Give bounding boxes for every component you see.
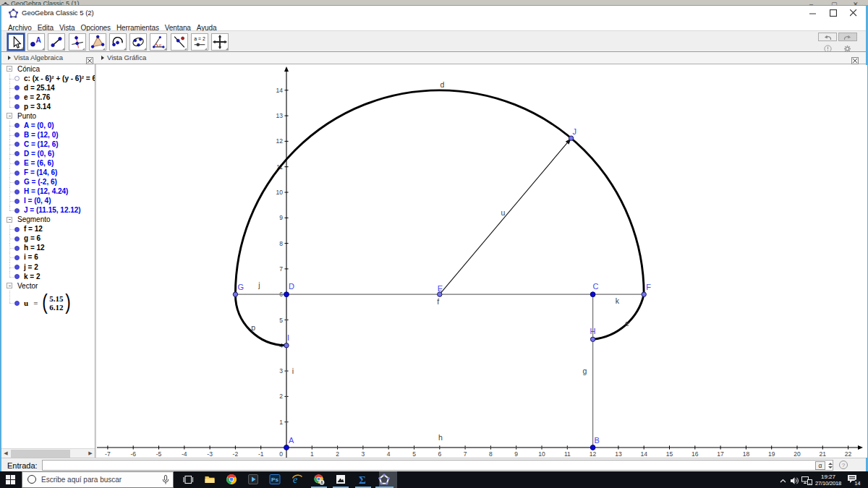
taskbar-clock[interactable]: 19:27 27/10/2018 <box>813 474 843 487</box>
taskbar-photoshop-icon[interactable]: Ps <box>269 474 281 486</box>
algebra-close-icon[interactable] <box>86 54 93 61</box>
point-C[interactable] <box>590 292 595 297</box>
algebra-hscrollbar[interactable]: ◀ ▶ <box>1 448 95 458</box>
visible-object-marker[interactable] <box>14 246 20 251</box>
tray-volume-icon[interactable] <box>790 475 799 488</box>
visible-object-marker[interactable] <box>14 189 20 194</box>
background-window-titlebar[interactable]: GeoGebra Classic 5 (1) – ▢ ✕ <box>0 0 868 5</box>
graphics-canvas[interactable]: -7-6-5-4-3-2-112345678910111213141516171… <box>97 65 867 458</box>
algebra-item[interactable]: I = (0, 4) <box>1 197 95 206</box>
algebra-header-arrow-icon[interactable] <box>8 56 11 60</box>
algebra-item[interactable]: g = 6 <box>1 234 95 244</box>
taskbar-sigma-icon[interactable]: Σ <box>357 474 369 486</box>
visible-object-marker[interactable] <box>14 132 20 137</box>
tool-move-icon[interactable] <box>7 33 25 51</box>
visible-object-marker[interactable] <box>14 199 20 204</box>
visible-object-marker[interactable] <box>14 227 20 232</box>
tool-circle-arc-icon[interactable] <box>109 33 127 51</box>
graphics-close-icon[interactable] <box>851 54 859 61</box>
visible-object-marker[interactable] <box>14 123 20 128</box>
visible-object-marker[interactable] <box>14 255 20 260</box>
scroll-left-icon[interactable]: ◀ <box>1 449 10 458</box>
tool-perpendicular-icon[interactable] <box>69 33 86 51</box>
algebra-item[interactable]: h = 12 <box>1 244 95 253</box>
visible-object-marker[interactable] <box>14 160 20 166</box>
taskbar-search[interactable]: Escribe aquí para buscar <box>22 471 174 488</box>
visible-object-marker[interactable] <box>14 265 20 270</box>
input-help-icon[interactable]: ? <box>839 461 848 469</box>
visible-object-marker[interactable] <box>14 274 20 279</box>
collapse-icon[interactable] <box>7 66 12 72</box>
visible-object-marker[interactable] <box>14 142 20 147</box>
undo-button[interactable] <box>818 33 837 41</box>
tool-conic-icon[interactable] <box>129 33 147 51</box>
algebra-group-Segmento[interactable]: Segmento <box>1 215 95 225</box>
point-B[interactable] <box>590 445 595 450</box>
algebra-item[interactable]: E = (6, 6) <box>1 158 95 168</box>
algebra-item[interactable]: d = 25.14 <box>1 83 95 93</box>
algebra-item[interactable]: H = (12, 4.24) <box>1 187 95 197</box>
graphics-view[interactable]: -7-6-5-4-3-2-112345678910111213141516171… <box>97 65 867 458</box>
algebra-group-Cónica[interactable]: Cónica <box>1 64 95 74</box>
visible-object-marker[interactable] <box>14 95 20 100</box>
point-J[interactable] <box>569 136 573 140</box>
algebra-item[interactable]: j = 2 <box>1 262 95 272</box>
tool-angle-icon[interactable]: α <box>150 33 167 51</box>
redo-button[interactable] <box>838 33 857 41</box>
arcs[interactable] <box>235 90 644 346</box>
visible-object-marker[interactable] <box>14 180 20 185</box>
visible-object-marker[interactable] <box>14 151 20 156</box>
tray-network-icon[interactable] <box>801 475 812 488</box>
algebra-item[interactable]: F = (14, 6) <box>1 168 95 178</box>
algebra-item[interactable]: D = (0, 6) <box>1 149 95 158</box>
settings-gear-icon[interactable] <box>843 43 852 51</box>
algebra-item[interactable]: i = 6 <box>1 253 95 262</box>
point-H[interactable] <box>590 337 595 341</box>
visible-object-marker[interactable] <box>14 236 20 241</box>
scroll-right-icon[interactable]: ▶ <box>86 449 95 458</box>
algebra-item[interactable]: G = (-2, 6) <box>1 178 95 187</box>
algebra-item[interactable]: B = (12, 0) <box>1 130 95 140</box>
visible-object-marker[interactable] <box>14 301 20 306</box>
maximize-button[interactable] <box>824 6 843 20</box>
point-A[interactable] <box>284 445 289 450</box>
algebra-item[interactable]: A = (0, 0) <box>1 121 95 130</box>
point-D[interactable] <box>284 292 289 297</box>
taskbar-movies-icon[interactable] <box>247 474 260 486</box>
taskbar-ie-icon[interactable]: e <box>292 474 304 486</box>
tool-line-icon[interactable] <box>48 33 65 51</box>
taskbar-taskview-icon[interactable] <box>182 474 195 486</box>
graphics-header-arrow-icon[interactable] <box>101 56 104 60</box>
visible-object-marker[interactable] <box>14 208 20 213</box>
algebra-item[interactable]: J = (11.15, 12.12) <box>1 206 95 215</box>
start-button[interactable] <box>0 471 22 488</box>
tool-reflect-icon[interactable] <box>171 33 188 51</box>
visible-object-marker[interactable] <box>14 104 20 109</box>
visible-object-marker[interactable] <box>14 85 20 90</box>
input-spinner[interactable] <box>828 461 833 470</box>
graphics-view-header[interactable]: Vista Gráfica <box>97 52 867 64</box>
close-button[interactable] <box>844 6 863 20</box>
tool-point-icon[interactable]: A <box>27 33 45 51</box>
taskbar-photos-icon[interactable] <box>335 474 347 486</box>
collapse-icon[interactable] <box>7 283 12 288</box>
algebra-item[interactable]: p = 3.14 <box>1 102 95 111</box>
algebra-group-Punto[interactable]: Punto <box>1 111 95 121</box>
visible-object-marker[interactable] <box>14 171 20 176</box>
tool-move-view-icon[interactable] <box>211 33 229 51</box>
hidden-object-marker[interactable] <box>14 76 20 81</box>
tray-chevron-icon[interactable] <box>779 475 787 488</box>
taskbar-chrome-icon[interactable] <box>226 474 238 486</box>
taskbar-chrome2-icon[interactable] <box>313 474 326 486</box>
microphone-icon[interactable] <box>162 475 169 488</box>
taskbar-geogebra-icon[interactable] <box>378 474 391 486</box>
algebra-item[interactable]: k = 2 <box>1 272 95 281</box>
algebra-group-Vector[interactable]: Vector <box>1 281 95 291</box>
algebra-view-header[interactable]: Vista Algebraica <box>1 52 95 64</box>
algebra-item[interactable]: e = 2.76 <box>1 93 95 102</box>
algebra-item[interactable]: u=(5.156.12) <box>1 291 95 315</box>
algebra-item[interactable]: c: (x - 6)² + (y - 6)² = 6 <box>1 74 95 83</box>
point-F[interactable] <box>642 292 646 296</box>
algebra-item[interactable]: f = 12 <box>1 225 95 234</box>
algebra-view[interactable]: Cónicac: (x - 6)² + (y - 6)² = 6d = 25.1… <box>1 64 95 448</box>
